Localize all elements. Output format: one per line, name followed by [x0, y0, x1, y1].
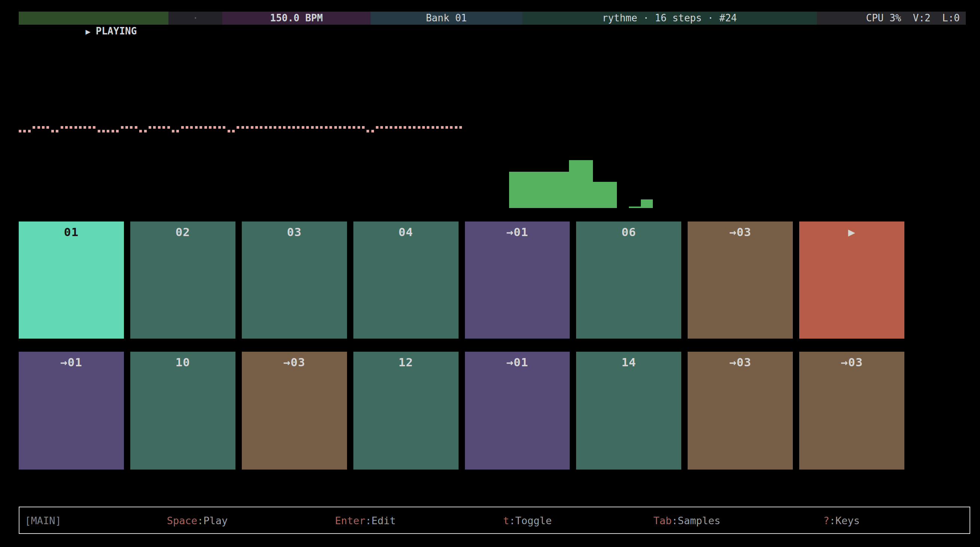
pad-15[interactable]: →03	[688, 352, 793, 469]
pad-row-1: 01 02 03 04 →01 06 →03 ▶	[19, 222, 904, 339]
pad-label: →03	[242, 355, 347, 369]
pad-3[interactable]: 03	[242, 222, 347, 339]
transport-label: PLAYING	[96, 25, 137, 36]
pad-1[interactable]: 01	[19, 222, 124, 339]
spacer-segment: ·	[169, 12, 222, 25]
hint-keys: ?:Keys	[823, 514, 860, 526]
pad-label: 04	[353, 225, 458, 239]
pad-16[interactable]: →03	[799, 352, 904, 469]
hint-action: :Keys	[829, 514, 859, 526]
hint-action: :Samples	[671, 514, 720, 526]
hint-key: Enter	[335, 514, 365, 526]
hint-play: Space:Play	[167, 514, 228, 526]
pad-2[interactable]: 02	[130, 222, 235, 339]
sequencer-screen: ▶PLAYING · 150.0 BPM Bank 01 rythme · 16…	[0, 0, 980, 547]
hint-toggle: t:Toggle	[503, 514, 552, 526]
status-bar: ▶PLAYING · 150.0 BPM Bank 01 rythme · 16…	[19, 12, 966, 25]
pad-label: 12	[353, 355, 458, 369]
bank-display: Bank 01	[371, 12, 522, 25]
pad-6[interactable]: 06	[576, 222, 681, 339]
pad-label: →03	[688, 225, 793, 239]
pad-4[interactable]: 04	[353, 222, 458, 339]
pad-5[interactable]: →01	[465, 222, 570, 339]
hint-key: Space	[167, 514, 197, 526]
play-icon: ▶	[86, 27, 91, 36]
pad-label: →03	[799, 355, 904, 369]
hint-key: t	[503, 514, 509, 526]
pad-11[interactable]: →03	[242, 352, 347, 469]
bpm-display: 150.0 BPM	[222, 12, 371, 25]
pad-10[interactable]: 10	[130, 352, 235, 469]
hint-key: Tab	[654, 514, 672, 526]
pad-label: →03	[688, 355, 793, 369]
pad-row-2: →01 10 →03 12 →01 14 →03 →03	[19, 352, 904, 469]
pad-13[interactable]: →01	[465, 352, 570, 469]
pad-label: 10	[130, 355, 235, 369]
level-bars	[509, 160, 653, 208]
hint-action: :Edit	[365, 514, 396, 526]
pad-label: 03	[242, 225, 347, 239]
waveform	[19, 126, 462, 133]
pad-play-icon: ▶	[799, 225, 904, 239]
hint-key: ?	[823, 514, 829, 526]
pad-label: 14	[576, 355, 681, 369]
pad-label: →01	[465, 225, 570, 239]
hint-samples: Tab:Samples	[654, 514, 721, 526]
keybar: [MAIN] Space:Play Enter:Edit t:Toggle Ta…	[19, 507, 970, 534]
pad-12[interactable]: 12	[353, 352, 458, 469]
pad-9[interactable]: →01	[19, 352, 124, 469]
pad-7[interactable]: →03	[688, 222, 793, 339]
pad-8[interactable]: ▶	[799, 222, 904, 339]
transport-status: ▶PLAYING	[19, 12, 169, 25]
pad-label: 01	[19, 225, 124, 239]
hint-action: :Play	[197, 514, 228, 526]
pad-label: 06	[576, 225, 681, 239]
pad-label: 02	[130, 225, 235, 239]
hint-edit: Enter:Edit	[335, 514, 396, 526]
system-stats: CPU 3% V:2 L:0	[817, 12, 966, 25]
pad-14[interactable]: 14	[576, 352, 681, 469]
pad-label: →01	[465, 355, 570, 369]
pad-label: →01	[19, 355, 124, 369]
track-info: rythme · 16 steps · #24	[522, 12, 817, 25]
mode-indicator: [MAIN]	[25, 514, 61, 526]
hint-action: :Toggle	[509, 514, 552, 526]
